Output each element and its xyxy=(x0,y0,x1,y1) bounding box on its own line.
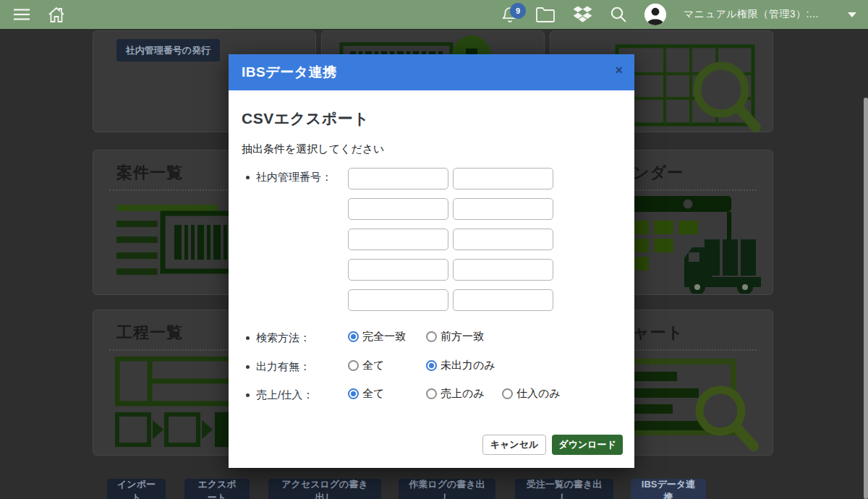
home-icon[interactable] xyxy=(48,7,65,23)
access-log-export-button[interactable]: アクセスログの書き出し xyxy=(268,479,381,499)
import-button[interactable]: インポート xyxy=(107,479,166,499)
sales-purchase-label: 売上/仕入： xyxy=(246,388,313,402)
radio-output-all[interactable]: 全て xyxy=(348,359,384,372)
kanri-input-2[interactable] xyxy=(453,168,553,189)
order-list-export-button[interactable]: 受注一覧の書き出し xyxy=(515,479,613,499)
radio-circle[interactable] xyxy=(348,331,359,342)
notifications-bell-icon[interactable]: 9 xyxy=(502,6,518,23)
close-icon[interactable]: × xyxy=(615,63,623,78)
radio-exact-match[interactable]: 完全一致 xyxy=(348,330,406,344)
card-anken-title: 案件一覧 xyxy=(116,162,183,184)
export-button[interactable]: エクスポート xyxy=(184,479,250,499)
radio-sales-only[interactable]: 売上のみ xyxy=(426,387,485,401)
card-calendar-title: ンダー xyxy=(633,162,684,184)
csv-export-heading: CSVエクスポート xyxy=(242,108,369,129)
kanri-input-9[interactable] xyxy=(348,289,448,311)
output-status-label: 出力有無： xyxy=(246,360,310,374)
user-avatar[interactable] xyxy=(644,4,666,25)
card-chart-title: ャート xyxy=(633,322,684,344)
work-log-export-button[interactable]: 作業ログの書き出し xyxy=(399,479,495,499)
app-root: 9 マニュアル権限（管理3）:... 社内管理番号の発行 xyxy=(0,0,868,499)
search-method-label: 検索方法： xyxy=(246,331,310,345)
kanri-number-label: 社内管理番号： xyxy=(246,171,332,184)
hamburger-menu-icon[interactable] xyxy=(13,8,30,21)
radio-not-output-only[interactable]: 未出力のみ xyxy=(426,359,495,372)
issue-number-button[interactable]: 社内管理番号の発行 xyxy=(116,39,220,61)
radio-circle[interactable] xyxy=(348,388,359,399)
kanri-input-5[interactable] xyxy=(348,229,448,250)
instruction-text: 抽出条件を選択してください xyxy=(242,142,384,156)
kanri-input-10[interactable] xyxy=(453,289,553,311)
kanri-input-4[interactable] xyxy=(453,198,553,220)
user-role-label[interactable]: マニュアル権限（管理3）:... xyxy=(684,8,819,21)
card-kotei-title: 工程一覧 xyxy=(116,322,183,344)
ibs-data-link-button[interactable]: IBSデータ連携 xyxy=(631,479,706,499)
kanri-input-1[interactable] xyxy=(348,168,448,189)
radio-circle[interactable] xyxy=(426,360,437,371)
radio-circle[interactable] xyxy=(502,388,513,399)
radio-purchase-only[interactable]: 仕入のみ xyxy=(502,387,561,401)
download-button[interactable]: ダウンロード xyxy=(552,435,623,455)
radio-prefix-match[interactable]: 前方一致 xyxy=(426,330,484,344)
notification-badge: 9 xyxy=(510,3,526,19)
kanri-input-8[interactable] xyxy=(453,259,553,281)
kanri-input-6[interactable] xyxy=(453,229,553,250)
radio-sales-all[interactable]: 全て xyxy=(348,387,384,401)
dialog-title: IBSデータ連携 xyxy=(242,63,337,82)
cancel-button[interactable]: キャンセル xyxy=(482,435,546,455)
radio-circle[interactable] xyxy=(348,360,359,371)
kanri-input-3[interactable] xyxy=(348,198,448,220)
search-icon[interactable] xyxy=(610,6,627,23)
chevron-down-icon[interactable] xyxy=(848,12,856,17)
folder-icon[interactable] xyxy=(535,7,556,22)
ibs-data-link-dialog: IBSデータ連携 × CSVエクスポート 抽出条件を選択してください 社内管理番… xyxy=(229,54,634,468)
kanri-input-7[interactable] xyxy=(348,259,448,281)
top-header: 9 マニュアル権限（管理3）:... xyxy=(0,0,868,29)
dialog-header: IBSデータ連携 × xyxy=(229,54,634,90)
vertical-scrollbar[interactable] xyxy=(864,98,868,499)
dropbox-icon[interactable] xyxy=(573,6,592,23)
radio-circle[interactable] xyxy=(426,388,437,399)
radio-circle[interactable] xyxy=(426,331,437,342)
